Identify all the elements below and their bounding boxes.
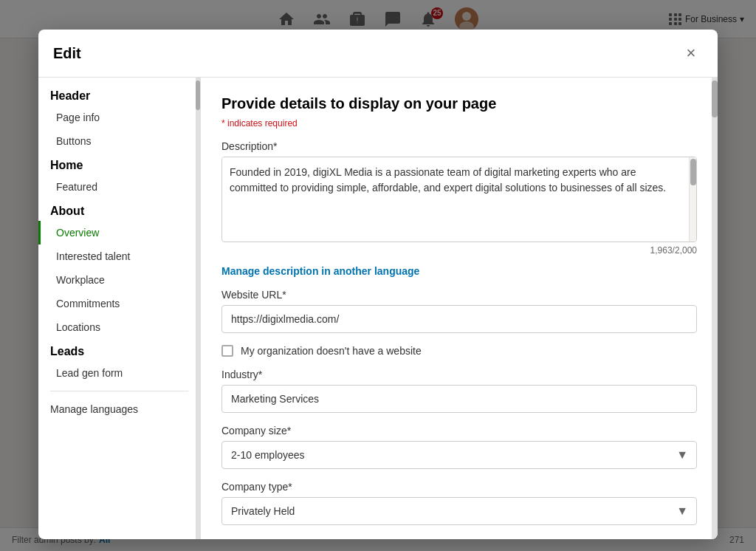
company-size-select-wrap: 2-10 employees 1 employee 11-50 employee… [221,441,697,469]
sidebar-section-about: About [38,199,200,221]
modal-header: Edit × [38,30,718,78]
sidebar-item-interested-talent[interactable]: Interested talent [38,244,200,268]
industry-field: Industry* [221,369,697,422]
sidebar-item-workplace[interactable]: Workplace [38,268,200,292]
edit-modal: Edit × Header Page info Buttons Home Fea… [38,30,718,539]
company-type-select-wrap: Privately Held Public Company Self-emplo… [221,497,697,525]
company-size-select[interactable]: 2-10 employees 1 employee 11-50 employee… [221,441,697,469]
sidebar-scrollbar [196,78,200,539]
main-content: Provide details to display on your page … [201,78,718,539]
sidebar-item-commitments[interactable]: Commitments [38,292,200,315]
description-field: Description* Founded in 2019, digiXL Med… [221,140,697,256]
modal-body: Header Page info Buttons Home Featured A… [38,78,718,539]
close-button[interactable]: × [679,41,703,65]
company-type-field: Company type* Privately Held Public Comp… [221,481,697,525]
no-website-checkbox[interactable] [221,345,233,357]
sidebar-item-lead-gen-form[interactable]: Lead gen form [38,361,200,385]
company-type-select[interactable]: Privately Held Public Company Self-emplo… [221,497,697,525]
sidebar: Header Page info Buttons Home Featured A… [38,78,201,539]
sidebar-scroll-thumb [196,81,200,110]
sidebar-divider [50,391,188,391]
description-textarea-wrap: Founded in 2019, digiXL Media is a passi… [221,157,697,242]
modal-overlay: Edit × Header Page info Buttons Home Fea… [0,0,756,551]
textarea-scrollbar [689,157,696,242]
char-count: 1,963/2,000 [221,245,697,256]
website-label: Website URL* [221,289,697,301]
sidebar-item-locations[interactable]: Locations [38,315,200,339]
company-size-label: Company size* [221,425,697,437]
sidebar-item-page-info[interactable]: Page info [38,106,200,129]
description-textarea[interactable]: Founded in 2019, digiXL Media is a passi… [222,157,696,239]
page-title: Provide details to display on your page [221,95,697,112]
manage-lang-link[interactable]: Manage description in another language [221,265,419,277]
sidebar-section-home: Home [38,153,200,175]
sidebar-item-overview[interactable]: Overview [38,221,200,244]
main-scroll-thumb [712,81,718,117]
company-size-field: Company size* 2-10 employees 1 employee … [221,425,697,469]
required-note: * indicates required [221,118,697,129]
modal-title: Edit [53,45,81,62]
sidebar-item-manage-languages[interactable]: Manage languages [38,397,200,421]
website-input[interactable] [221,305,697,333]
sidebar-item-buttons[interactable]: Buttons [38,129,200,153]
company-type-label: Company type* [221,481,697,493]
no-website-label: My organization doesn't have a website [241,345,422,357]
textarea-scroll-thumb [690,159,696,185]
sidebar-section-header: Header [38,83,200,106]
industry-label: Industry* [221,369,697,380]
description-label: Description* [221,140,697,152]
sidebar-item-featured[interactable]: Featured [38,175,200,199]
website-field: Website URL* [221,289,697,342]
industry-input[interactable] [221,385,697,413]
sidebar-section-leads: Leads [38,339,200,361]
no-website-checkbox-row: My organization doesn't have a website [221,345,697,357]
main-scrollbar [712,78,718,539]
